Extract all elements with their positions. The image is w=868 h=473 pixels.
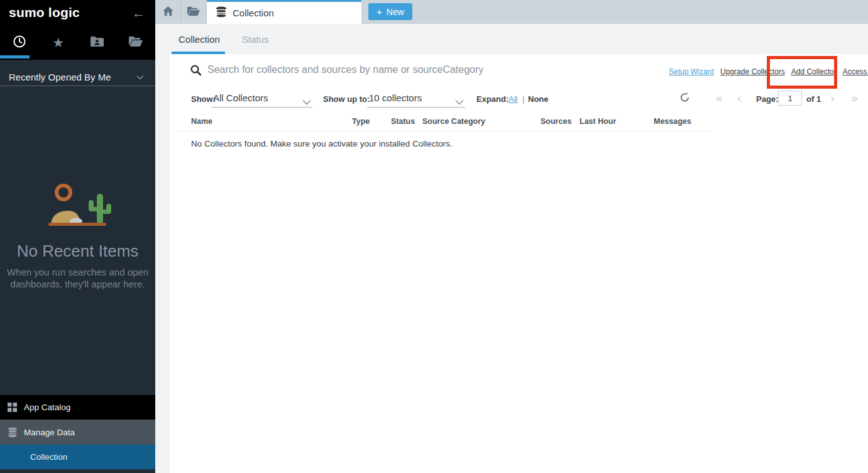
desert-illustration <box>40 181 115 231</box>
folder-icon <box>187 6 200 18</box>
sidebar-tab-shared[interactable] <box>78 25 117 60</box>
sidebar-header: sumo logic ← ★ <box>0 0 155 60</box>
database-icon <box>7 427 18 438</box>
sidebar-tab-library[interactable] <box>116 25 155 60</box>
main-area: Collection + New Collection Status Setup… <box>155 0 868 473</box>
collection-app-tab[interactable]: Collection <box>207 0 361 24</box>
app-grid-icon <box>7 403 18 412</box>
plus-icon: + <box>376 6 382 17</box>
star-icon: ★ <box>52 36 64 49</box>
sidebar-tab-favorites[interactable]: ★ <box>39 25 78 60</box>
sidebar-bottom-menu: App Catalog Manage Data Collection <box>0 395 155 469</box>
page-label: Page: <box>756 94 778 104</box>
show-up-to-dropdown[interactable]: 10 collectors <box>367 91 465 108</box>
chevron-down-icon <box>302 96 311 108</box>
show-up-to-label: Show up to: <box>323 94 370 104</box>
sidebar-item-label: Manage Data <box>24 428 75 437</box>
upgrade-collectors-link[interactable]: Upgrade Collectors <box>720 67 785 76</box>
page-tab-bar: Collection Status <box>155 24 868 54</box>
search-input[interactable] <box>207 62 622 78</box>
sidebar-collapse-icon[interactable]: ← <box>132 6 145 19</box>
sumo-logic-logo: sumo logic <box>9 5 80 20</box>
next-page-button[interactable]: › <box>830 91 834 105</box>
toolbar-links: Setup Wizard Upgrade Collectors Add Coll… <box>669 67 868 76</box>
app-tab-label: Collection <box>233 8 274 18</box>
new-button-label: New <box>387 7 404 17</box>
home-icon <box>163 6 173 18</box>
sidebar-item-app-catalog[interactable]: App Catalog <box>0 395 155 420</box>
database-icon <box>216 6 227 20</box>
no-recent-items-title: No Recent Items <box>0 242 155 261</box>
page-of-label: of 1 <box>806 94 821 104</box>
first-page-button[interactable]: « <box>716 91 723 105</box>
recent-filter-label: Recently Opened By Me <box>9 72 111 82</box>
chevron-down-icon <box>455 96 464 108</box>
expand-separator: | <box>522 94 524 104</box>
sidebar-item-manage-data[interactable]: Manage Data <box>0 420 155 445</box>
sidebar: sumo logic ← ★ <box>0 0 155 473</box>
refresh-icon[interactable] <box>680 92 689 105</box>
shared-folder-icon <box>91 36 104 49</box>
search-icon <box>190 65 201 78</box>
active-tab-indicator <box>0 55 30 58</box>
show-dropdown[interactable]: All Collectors <box>211 91 312 108</box>
empty-table-message: No Collectors found. Make sure you activ… <box>191 139 453 148</box>
column-header-name[interactable]: Name <box>191 117 212 126</box>
expand-all-link[interactable]: All <box>508 94 517 104</box>
setup-wizard-link[interactable]: Setup Wizard <box>669 67 714 76</box>
open-folder-icon <box>129 36 143 49</box>
sidebar-item-label: App Catalog <box>24 403 70 412</box>
column-header-source-category[interactable]: Source Category <box>422 117 485 126</box>
prev-page-button[interactable]: ‹ <box>737 91 741 105</box>
show-dropdown-value: All Collectors <box>213 92 268 103</box>
access-keys-link[interactable]: Access Keys <box>843 67 868 76</box>
clock-icon <box>13 35 26 51</box>
chevron-down-icon <box>136 71 144 82</box>
table-header-divider <box>176 131 711 131</box>
app-tab-strip: Collection + New <box>155 0 868 24</box>
page-number-input[interactable] <box>778 91 802 106</box>
column-header-sources[interactable]: Sources <box>541 117 571 126</box>
recent-filter-dropdown[interactable]: Recently Opened By Me <box>0 68 155 86</box>
expand-none-link[interactable]: None <box>528 94 549 104</box>
sidebar-tab-recent[interactable] <box>0 25 39 60</box>
no-recent-items-caption: When you run searches and open dashboard… <box>0 266 155 290</box>
sidebar-item-collection[interactable]: Collection <box>0 445 155 469</box>
expand-label: Expand: <box>476 94 508 104</box>
column-header-type[interactable]: Type <box>352 117 370 126</box>
column-header-status[interactable]: Status <box>391 117 415 126</box>
sidebar-nav-tabs: ★ <box>0 25 155 60</box>
sidebar-item-label: Collection <box>30 452 67 462</box>
collectors-table-header: Name Type Status Source Category Sources… <box>170 116 868 131</box>
add-collector-link[interactable]: Add Collector <box>791 67 837 76</box>
sumo-logic-app: sumo logic ← ★ <box>0 0 868 473</box>
column-header-messages[interactable]: Messages <box>654 117 691 126</box>
library-button[interactable] <box>181 0 207 24</box>
column-header-last-hour[interactable]: Last Hour <box>580 117 616 126</box>
collection-panel: Setup Wizard Upgrade Collectors Add Coll… <box>170 54 868 473</box>
tab-status[interactable]: Status <box>242 34 269 45</box>
home-button[interactable] <box>155 0 181 24</box>
filters-row: Show: All Collectors Show up to: 10 coll… <box>170 91 868 108</box>
tab-collection[interactable]: Collection <box>179 34 220 45</box>
show-up-to-value: 10 collectors <box>369 92 422 103</box>
last-page-button[interactable]: » <box>851 91 858 105</box>
sun-ring <box>57 186 70 199</box>
new-button[interactable]: + New <box>368 3 412 20</box>
